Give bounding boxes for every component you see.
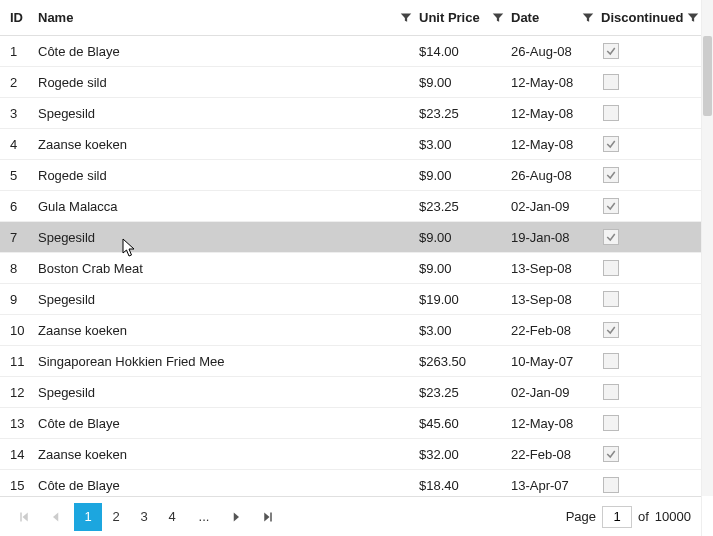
cell-date: 19-Jan-08 xyxy=(511,230,601,245)
cell-discontinued xyxy=(601,446,697,462)
table-row[interactable]: 8Boston Crab Meat$9.0013-Sep-08 xyxy=(0,253,701,284)
table-row[interactable]: 15Côte de Blaye$18.4013-Apr-07 xyxy=(0,470,701,496)
pager: 1234 ... Page of 10000 xyxy=(0,496,701,536)
cell-name: Spegesild xyxy=(38,230,419,245)
cell-price: $263.50 xyxy=(419,354,511,369)
header-discontinued[interactable]: Discontinued xyxy=(601,10,697,25)
scrollbar-thumb[interactable] xyxy=(703,36,712,116)
discontinued-checkbox[interactable] xyxy=(603,291,619,307)
cell-price: $23.25 xyxy=(419,199,511,214)
cell-price: $14.00 xyxy=(419,44,511,59)
header-price[interactable]: Unit Price xyxy=(419,10,511,25)
pager-page-input[interactable] xyxy=(602,506,632,528)
table-row[interactable]: 9Spegesild$19.0013-Sep-08 xyxy=(0,284,701,315)
cell-price: $32.00 xyxy=(419,447,511,462)
cell-name: Zaanse koeken xyxy=(38,447,419,462)
table-row[interactable]: 7Spegesild$9.0019-Jan-08 xyxy=(0,222,701,253)
discontinued-checkbox[interactable] xyxy=(603,229,619,245)
discontinued-checkbox[interactable] xyxy=(603,322,619,338)
data-grid: ID Name Unit Price Date Discontinued 1Cô… xyxy=(0,0,702,536)
cell-discontinued xyxy=(601,43,697,59)
cell-date: 26-Aug-08 xyxy=(511,168,601,183)
table-row[interactable]: 2Rogede sild$9.0012-May-08 xyxy=(0,67,701,98)
discontinued-checkbox[interactable] xyxy=(603,446,619,462)
pager-page-4[interactable]: 4 xyxy=(158,503,186,531)
pager-prev-button[interactable] xyxy=(42,503,70,531)
discontinued-checkbox[interactable] xyxy=(603,353,619,369)
cell-date: 26-Aug-08 xyxy=(511,44,601,59)
discontinued-checkbox[interactable] xyxy=(603,74,619,90)
discontinued-checkbox[interactable] xyxy=(603,384,619,400)
filter-icon[interactable] xyxy=(581,11,595,25)
cell-name: Gula Malacca xyxy=(38,199,419,214)
table-row[interactable]: 14Zaanse koeken$32.0022-Feb-08 xyxy=(0,439,701,470)
cell-discontinued xyxy=(601,105,697,121)
pager-first-button[interactable] xyxy=(10,503,38,531)
cell-date: 12-May-08 xyxy=(511,137,601,152)
pager-left: 1234 ... xyxy=(10,503,282,531)
pager-next-button[interactable] xyxy=(222,503,250,531)
cell-price: $9.00 xyxy=(419,261,511,276)
discontinued-checkbox[interactable] xyxy=(603,43,619,59)
rows-container: 1Côte de Blaye$14.0026-Aug-082Rogede sil… xyxy=(0,36,701,496)
pager-page-3[interactable]: 3 xyxy=(130,503,158,531)
cell-id: 15 xyxy=(10,478,38,493)
discontinued-checkbox[interactable] xyxy=(603,105,619,121)
cell-id: 7 xyxy=(10,230,38,245)
cell-discontinued xyxy=(601,136,697,152)
filter-icon[interactable] xyxy=(491,11,505,25)
discontinued-checkbox[interactable] xyxy=(603,415,619,431)
table-row[interactable]: 11Singaporean Hokkien Fried Mee$263.5010… xyxy=(0,346,701,377)
header-name[interactable]: Name xyxy=(38,10,419,25)
discontinued-checkbox[interactable] xyxy=(603,198,619,214)
table-row[interactable]: 3Spegesild$23.2512-May-08 xyxy=(0,98,701,129)
cell-discontinued xyxy=(601,477,697,493)
pager-page-2[interactable]: 2 xyxy=(102,503,130,531)
header-id[interactable]: ID xyxy=(10,10,38,25)
cell-price: $23.25 xyxy=(419,106,511,121)
pager-last-button[interactable] xyxy=(254,503,282,531)
cell-name: Zaanse koeken xyxy=(38,137,419,152)
cell-discontinued xyxy=(601,415,697,431)
table-row[interactable]: 4Zaanse koeken$3.0012-May-08 xyxy=(0,129,701,160)
cell-name: Spegesild xyxy=(38,106,419,121)
header-discontinued-label: Discontinued xyxy=(601,10,683,25)
pager-page-label: Page xyxy=(566,509,596,524)
cell-discontinued xyxy=(601,384,697,400)
cell-date: 22-Feb-08 xyxy=(511,447,601,462)
discontinued-checkbox[interactable] xyxy=(603,260,619,276)
cell-price: $9.00 xyxy=(419,168,511,183)
table-row[interactable]: 6Gula Malacca$23.2502-Jan-09 xyxy=(0,191,701,222)
cell-discontinued xyxy=(601,74,697,90)
header-date[interactable]: Date xyxy=(511,10,601,25)
table-row[interactable]: 13Côte de Blaye$45.6012-May-08 xyxy=(0,408,701,439)
cell-id: 13 xyxy=(10,416,38,431)
cell-date: 10-May-07 xyxy=(511,354,601,369)
filter-icon[interactable] xyxy=(687,11,699,25)
cell-date: 02-Jan-09 xyxy=(511,199,601,214)
cell-id: 12 xyxy=(10,385,38,400)
pager-of-label: of xyxy=(638,509,649,524)
filter-icon[interactable] xyxy=(399,11,413,25)
header-date-label: Date xyxy=(511,10,577,25)
table-row[interactable]: 10Zaanse koeken$3.0022-Feb-08 xyxy=(0,315,701,346)
table-row[interactable]: 1Côte de Blaye$14.0026-Aug-08 xyxy=(0,36,701,67)
cell-id: 14 xyxy=(10,447,38,462)
cell-id: 11 xyxy=(10,354,38,369)
discontinued-checkbox[interactable] xyxy=(603,477,619,493)
cell-date: 13-Apr-07 xyxy=(511,478,601,493)
cell-name: Spegesild xyxy=(38,385,419,400)
pager-ellipsis[interactable]: ... xyxy=(190,503,218,531)
table-row[interactable]: 5Rogede sild$9.0026-Aug-08 xyxy=(0,160,701,191)
discontinued-checkbox[interactable] xyxy=(603,136,619,152)
scrollbar[interactable] xyxy=(702,0,713,496)
cell-name: Côte de Blaye xyxy=(38,44,419,59)
cell-discontinued xyxy=(601,229,697,245)
cell-date: 12-May-08 xyxy=(511,106,601,121)
pager-right: Page of 10000 xyxy=(566,506,691,528)
pager-page-1[interactable]: 1 xyxy=(74,503,102,531)
discontinued-checkbox[interactable] xyxy=(603,167,619,183)
pager-total: 10000 xyxy=(655,509,691,524)
table-row[interactable]: 12Spegesild$23.2502-Jan-09 xyxy=(0,377,701,408)
header-row: ID Name Unit Price Date Discontinued xyxy=(0,0,701,36)
